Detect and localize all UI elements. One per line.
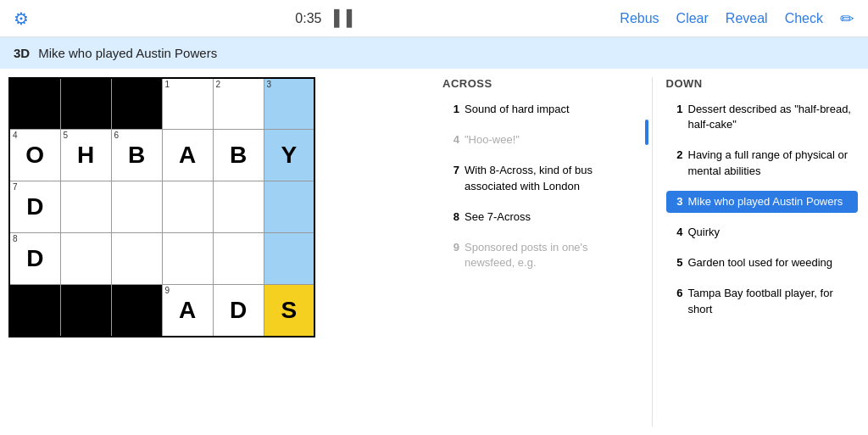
cell-number: 5 <box>64 131 69 140</box>
column-divider <box>652 77 653 427</box>
scroll-indicator <box>645 120 648 145</box>
clue-description: Having a full range of physical or menta… <box>688 148 854 178</box>
grid-cell[interactable] <box>111 181 162 232</box>
grid-cell[interactable]: 6 B <box>111 129 162 181</box>
grid-cell[interactable] <box>264 232 314 284</box>
down-clue-5[interactable]: 5 Garden tool used for weeding <box>666 252 859 274</box>
cell-black <box>111 78 162 129</box>
grid-area: 1 2 3 4 O 5 H <box>0 69 432 435</box>
cell-number: 3 <box>267 81 272 89</box>
crossword-grid[interactable]: 1 2 3 4 O 5 H <box>8 77 315 337</box>
clue-description: Tampa Bay football player, for short <box>688 286 854 316</box>
grid-cell[interactable]: Y <box>264 129 314 181</box>
pause-icon[interactable]: ▐▐ <box>328 9 353 27</box>
pencil-icon[interactable]: ✏ <box>840 8 854 29</box>
cell-value: S <box>264 285 314 336</box>
settings-icon[interactable]: ⚙ <box>14 8 29 29</box>
reveal-button[interactable]: Reveal <box>726 11 768 26</box>
grid-cell[interactable] <box>213 181 264 232</box>
header-center: 0:35 ▐▐ <box>295 9 353 27</box>
clue-description: Garden tool used for weeding <box>688 255 854 270</box>
grid-cell[interactable] <box>60 181 111 232</box>
grid-cell[interactable] <box>60 232 111 284</box>
header-right: Rebus Clear Reveal Check ✏ <box>620 8 854 29</box>
clue-number: 6 <box>671 286 683 316</box>
clue-number: 5 <box>671 255 683 270</box>
grid-cell[interactable]: 7 D <box>9 181 60 232</box>
clue-number: 9 <box>448 240 459 270</box>
grid-cell[interactable] <box>111 232 162 284</box>
clue-number: 1 <box>448 102 459 117</box>
active-clue-text: Mike who played Austin Powers <box>38 46 217 60</box>
cell-value: B <box>112 130 162 181</box>
across-clue-1[interactable]: 1 Sound of hard impact <box>442 98 635 120</box>
clue-number: 2 <box>671 148 683 178</box>
clue-description: See 7-Across <box>465 209 630 225</box>
cell-value: H <box>61 130 111 181</box>
clear-button[interactable]: Clear <box>676 11 709 26</box>
cell-number: 8 <box>13 235 18 243</box>
clue-number: 8 <box>448 209 459 225</box>
clue-number: 4 <box>448 132 459 148</box>
cell-number: 9 <box>165 287 170 295</box>
down-clues-column: DOWN 1 Dessert described as "half-bread,… <box>656 77 869 427</box>
grid-cell[interactable]: 4 O <box>9 129 60 181</box>
cell-number: 6 <box>114 131 120 140</box>
cell-number: 1 <box>165 81 170 89</box>
table-row: 4 O 5 H 6 B A B <box>9 129 314 181</box>
clue-description: Dessert described as "half-bread, half-c… <box>688 102 854 132</box>
grid-cell[interactable] <box>162 181 213 232</box>
across-clues-column: ACROSS 1 Sound of hard impact 4 "Hoo-wee… <box>432 77 645 427</box>
grid-cell[interactable] <box>264 181 314 232</box>
clue-number: 3 <box>671 194 683 209</box>
grid-cell[interactable]: 8 D <box>9 232 60 284</box>
down-clue-2[interactable]: 2 Having a full range of physical or men… <box>666 144 859 181</box>
grid-cell[interactable]: 3 <box>264 78 314 129</box>
down-clue-4[interactable]: 4 Quirky <box>666 221 859 243</box>
rebus-button[interactable]: Rebus <box>620 11 659 26</box>
grid-cell[interactable] <box>162 232 213 284</box>
cell-black <box>111 284 162 337</box>
cell-black <box>9 284 60 337</box>
across-clue-8[interactable]: 8 See 7-Across <box>442 206 635 228</box>
grid-cell[interactable] <box>213 232 264 284</box>
grid-cell-yellow[interactable]: S <box>264 284 314 337</box>
cell-value: B <box>214 130 264 181</box>
table-row: 9 A D S <box>9 284 314 337</box>
clue-description: Quirky <box>688 225 854 240</box>
cell-value: A <box>163 285 213 336</box>
main-content: 1 2 3 4 O 5 H <box>0 69 868 435</box>
grid-cell[interactable]: D <box>213 284 264 337</box>
down-clue-6[interactable]: 6 Tampa Bay football player, for short <box>666 282 859 320</box>
across-clue-9[interactable]: 9 Sponsored posts in one's newsfeed, e.g… <box>442 237 635 274</box>
grid-cell[interactable]: 9 A <box>162 284 213 337</box>
clue-number: 4 <box>671 225 683 240</box>
check-button[interactable]: Check <box>785 11 823 26</box>
clue-description: "Hoo-wee!" <box>465 132 630 148</box>
cell-value: A <box>163 130 213 181</box>
table-row: 7 D <box>9 181 314 232</box>
down-clue-3[interactable]: 3 Mike who played Austin Powers <box>666 191 859 213</box>
grid-cell[interactable]: B <box>213 129 264 181</box>
across-clue-4[interactable]: 4 "Hoo-wee!" <box>442 129 635 151</box>
table-row: 1 2 3 <box>9 78 314 129</box>
active-clue-number: 3D <box>14 46 30 60</box>
grid-cell[interactable]: A <box>162 129 213 181</box>
table-row: 8 D <box>9 232 314 284</box>
across-title: ACROSS <box>442 77 635 90</box>
cell-number: 4 <box>13 131 18 140</box>
across-clue-7[interactable]: 7 With 8-Across, kind of bus associated … <box>442 159 635 197</box>
clue-description: With 8-Across, kind of bus associated wi… <box>465 163 630 193</box>
grid-cell[interactable]: 1 <box>162 78 213 129</box>
cell-black <box>60 284 111 337</box>
down-clue-1[interactable]: 1 Dessert described as "half-bread, half… <box>666 98 859 136</box>
grid-cell[interactable]: 5 H <box>60 129 111 181</box>
cell-number: 2 <box>216 81 221 89</box>
cell-value: Y <box>264 130 314 181</box>
clues-panel: ACROSS 1 Sound of hard impact 4 "Hoo-wee… <box>432 69 868 435</box>
grid-cell[interactable]: 2 <box>213 78 264 129</box>
clue-banner: 3D Mike who played Austin Powers <box>0 37 868 69</box>
timer-display: 0:35 <box>295 11 321 26</box>
down-title: DOWN <box>666 77 859 90</box>
clue-description: Sound of hard impact <box>465 102 630 117</box>
